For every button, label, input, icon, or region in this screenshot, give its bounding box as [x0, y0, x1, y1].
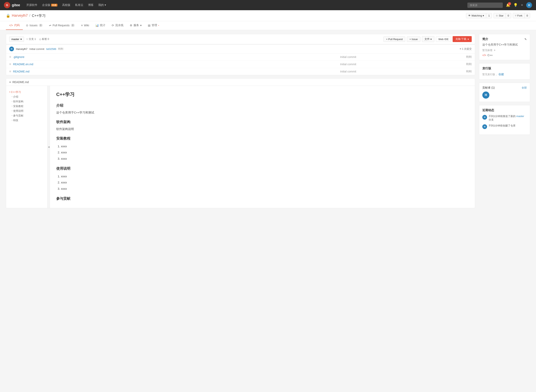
nav-private-cloud[interactable]: 私有云 — [75, 3, 83, 7]
resizer-arrow: ◀ — [48, 145, 50, 148]
repo-lock-icon: 🔒 — [6, 14, 10, 18]
file-row: ≡ README.en.md Initial commit 刚刚 — [6, 61, 475, 68]
commits-icon: ≡ — [460, 47, 461, 50]
intro-edit-icon[interactable]: ✎ — [524, 38, 527, 41]
activity-title: 近期动态 — [482, 108, 527, 112]
tab-service[interactable]: ⚙ 服务 ▾ — [127, 21, 145, 30]
readme-section: ≡ README.md C++学习 介绍 软件架构 安装教程 使用说明 参与贡献 — [6, 78, 475, 208]
intro-card: 简介 ✎ 这个仓库用于C++学习和测试 暂无标签 + </> C++ — [479, 34, 530, 60]
top-navbar: G gitee 开源软件 企业版 特惠 高校版 私有云 博客 我的 ▾ 🔔 1 … — [0, 0, 536, 10]
contributor-avatar[interactable]: H — [482, 92, 489, 98]
fork-button[interactable]: ⑂ Fork — [513, 13, 525, 18]
repo-name: C++学习 — [32, 13, 46, 18]
commit-hash[interactable]: bd32586 — [46, 47, 56, 51]
activity-card: 近期动态 H 不到1分钟前推送了新的 master 分支 H 不到1分钟前创建了… — [479, 105, 530, 135]
tags-label: 标签 0 — [42, 37, 49, 41]
branch-link[interactable]: master — [516, 115, 524, 118]
nav-university[interactable]: 高校版 — [62, 3, 70, 7]
branch-selector[interactable]: master ▾ — [9, 37, 24, 42]
tab-manage[interactable]: ▤ 管理 • — [145, 21, 162, 30]
activity-item: H 不到1分钟前推送了新的 master 分支 — [482, 115, 527, 121]
fork-count: 0 — [525, 13, 530, 18]
notifications-button[interactable]: 🔔 1 — [506, 3, 510, 7]
intro-tags-row: 暂无标签 + — [482, 48, 527, 52]
enterprise-badge: 特惠 — [51, 4, 57, 6]
file-name-gitignore[interactable]: .gitignore — [13, 55, 236, 59]
commit-message: Initial commit — [29, 47, 44, 51]
readme-header: ≡ README.md — [6, 79, 475, 86]
tab-wiki-label: Wiki — [84, 24, 89, 27]
toc-item-main[interactable]: C++学习 — [9, 90, 44, 94]
release-empty-text: 暂无发行版， — [482, 73, 498, 76]
tab-wiki[interactable]: ≡ Wiki — [78, 21, 92, 30]
webide-button[interactable]: Web IDE — [436, 37, 451, 42]
file-icon-gitignore: ≡ — [9, 55, 11, 59]
toc-item-special[interactable]: 特技 — [9, 118, 44, 123]
watching-button[interactable]: 👁 Watching ▾ — [466, 13, 486, 18]
toolbar-right-buttons: + Pull Request + Issue 文件 ▾ Web IDE 克隆/下… — [383, 36, 472, 42]
manage-dot: • — [158, 24, 159, 27]
tab-stats[interactable]: 📊 统计 — [92, 21, 109, 30]
service-icon: ⚙ — [130, 24, 132, 27]
list-item: xxxx — [61, 179, 469, 186]
toc-resizer[interactable]: ◀ — [47, 86, 50, 208]
intro-description: 这个仓库用于C++学习和测试 — [482, 43, 527, 47]
toc-item-install[interactable]: 安装教程 — [9, 104, 44, 109]
activity-text: 不到1分钟前推送了新的 master 分支 — [489, 115, 527, 121]
service-dropdown-icon: ▾ — [140, 24, 142, 27]
readme-usage-list: xxxx xxxx xxxx — [61, 173, 469, 192]
intro-card-title: 简介 ✎ — [482, 37, 527, 41]
commit-author: Harveylh7 — [16, 47, 28, 51]
file-name-readme[interactable]: README.md — [13, 70, 236, 73]
pipeline-icon: ⟳ — [112, 24, 114, 27]
release-create-link[interactable]: 创建 — [498, 73, 504, 76]
file-button[interactable]: 文件 ▾ — [422, 36, 434, 42]
issue-button[interactable]: + Issue — [407, 37, 420, 42]
intro-language: </> C++ — [482, 54, 527, 57]
tab-pulls[interactable]: ⇌ Pull Requests 0 — [46, 21, 78, 30]
clone-button[interactable]: 克隆/下载 ▾ — [453, 36, 472, 42]
star-button[interactable]: ☆ Star — [494, 13, 506, 18]
toc-item-contribute[interactable]: 参与贡献 — [9, 113, 44, 118]
site-logo[interactable]: G gitee — [4, 2, 20, 8]
pull-request-button[interactable]: + Pull Request — [383, 37, 405, 42]
explore-icon[interactable]: 💡 — [513, 3, 518, 7]
branches-icon: ⑂ — [26, 38, 28, 41]
file-name-readme-en[interactable]: README.en.md — [13, 63, 236, 66]
list-item: xxxx — [61, 186, 469, 192]
tab-service-label: 服务 — [134, 23, 139, 27]
star-button-group[interactable]: ☆ Star 0 — [493, 13, 511, 18]
tab-code-label: 代码 — [14, 23, 20, 27]
repo-owner-link[interactable]: Harveylh7 — [12, 14, 28, 18]
toc-item-intro[interactable]: 介绍 — [9, 94, 44, 99]
contributors-all-link[interactable]: 全部 — [522, 86, 527, 89]
tab-issues-label: Issues — [29, 24, 37, 27]
tab-manage-label: 管理 — [152, 23, 157, 27]
nav-mine[interactable]: 我的 ▾ — [98, 3, 106, 7]
file-icon-readme: ≡ — [9, 70, 11, 73]
plus-button[interactable]: + — [521, 3, 523, 7]
toc-item-usage[interactable]: 使用说明 — [9, 109, 44, 113]
activity-list: H 不到1分钟前推送了新的 master 分支 H 不到1分钟前创建了仓库 — [482, 115, 527, 129]
file-icon-readme-en: ≡ — [9, 62, 11, 66]
search-input[interactable] — [467, 3, 503, 8]
user-avatar[interactable]: H — [526, 2, 532, 8]
nav-enterprise[interactable]: 企业版 特惠 — [42, 3, 57, 7]
fork-button-group[interactable]: ⑂ Fork 0 — [513, 13, 530, 18]
repo-action-buttons: 👁 Watching ▾ 1 ☆ Star 0 ⑂ Fork 0 — [466, 13, 530, 18]
nav-opensource[interactable]: 开源软件 — [26, 3, 37, 7]
readme-toc: C++学习 介绍 软件架构 安装教程 使用说明 参与贡献 特技 — [6, 86, 47, 208]
file-time-readme-en: 刚刚 — [460, 62, 472, 66]
file-dropdown-icon: ▾ — [431, 38, 432, 41]
toc-item-arch[interactable]: 软件架构 — [9, 99, 44, 104]
issues-badge: 0 — [39, 24, 43, 27]
tab-code[interactable]: </> 代码 — [6, 21, 23, 30]
issues-icon: ⊙ — [26, 24, 28, 27]
tab-issues[interactable]: ⊙ Issues 0 — [23, 21, 46, 30]
nav-blog[interactable]: 博客 — [88, 3, 94, 7]
tags-empty-label: 暂无标签 — [482, 48, 493, 52]
watching-button-group[interactable]: 👁 Watching ▾ 1 — [466, 13, 492, 18]
add-tag-icon[interactable]: + — [494, 48, 496, 52]
release-card: 发行版 暂无发行版， 创建 — [479, 63, 530, 79]
tab-pipeline[interactable]: ⟳ 流水线 — [109, 21, 127, 30]
